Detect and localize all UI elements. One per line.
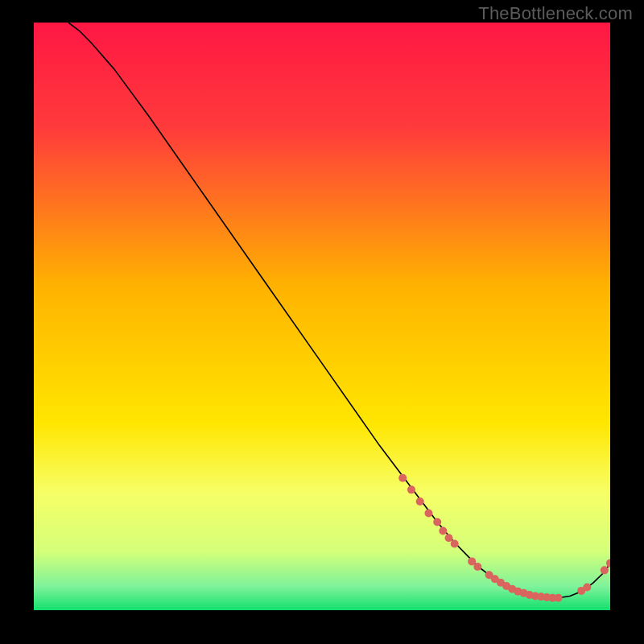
data-marker [439, 526, 447, 535]
chart-svg [34, 23, 610, 610]
data-marker [601, 566, 609, 574]
data-marker [433, 518, 441, 526]
data-marker [451, 540, 459, 548]
data-marker [473, 563, 481, 571]
data-marker [398, 474, 407, 482]
watermark-text: TheBottleneck.com [478, 3, 633, 24]
data-marker [445, 534, 453, 542]
data-marker [416, 497, 424, 506]
data-marker [407, 485, 415, 493]
chart-frame: TheBottleneck.com [0, 0, 644, 644]
data-marker [555, 594, 563, 602]
gradient-background [34, 23, 610, 610]
data-marker [583, 584, 591, 592]
plot-area [34, 23, 610, 610]
data-marker [424, 510, 432, 518]
